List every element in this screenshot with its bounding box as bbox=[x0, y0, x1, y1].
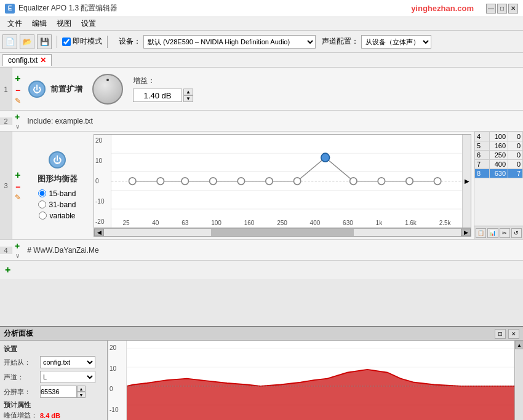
band-tool-3[interactable]: ✂ bbox=[500, 228, 510, 238]
x-630: 630 bbox=[343, 220, 353, 226]
band-freq-6: 250 bbox=[489, 151, 508, 160]
band-row-4[interactable]: 4 100 0 bbox=[475, 132, 523, 141]
channel-config-select[interactable]: 从设备（立体声） bbox=[361, 35, 431, 49]
vscroll-up[interactable]: ▲ bbox=[515, 341, 523, 349]
radio-31band[interactable]: 31-band bbox=[38, 200, 76, 209]
radio-15band[interactable]: 15-band bbox=[38, 189, 76, 198]
resolution-up[interactable]: ▲ bbox=[77, 386, 86, 392]
band-table-container: 4 100 0 5 160 0 6 250 0 7 bbox=[474, 132, 523, 226]
scroll-left-arrow[interactable]: ◀ bbox=[94, 229, 104, 236]
tab-bar: config.txt ✕ bbox=[0, 53, 523, 68]
x-1k: 1k bbox=[376, 220, 383, 226]
resolution-input-wrapper: ▲ ▼ bbox=[40, 386, 86, 398]
remove-filter-btn-3[interactable]: − bbox=[15, 182, 20, 192]
channel-select[interactable]: L bbox=[40, 371, 95, 383]
geq-chart-container: 20 10 0 -10 -20 bbox=[91, 132, 474, 239]
filter-controls-4: + ∨ bbox=[12, 240, 22, 260]
gain-knob-container bbox=[92, 74, 123, 105]
x-2.5k: 2.5k bbox=[439, 220, 451, 226]
instant-mode-checkbox[interactable] bbox=[62, 38, 71, 46]
scroll-right-btn[interactable]: ▶ bbox=[462, 135, 471, 228]
scroll-thumb[interactable] bbox=[211, 229, 354, 236]
device-select[interactable]: 默认 (V28E590 – NVIDIA High Definition Aud… bbox=[143, 35, 316, 49]
band-id-7: 7 bbox=[475, 160, 490, 169]
x-25: 25 bbox=[122, 220, 129, 226]
power-btn-1[interactable]: ⏻ bbox=[28, 81, 46, 98]
band-row-6[interactable]: 6 250 0 bbox=[475, 151, 523, 160]
band-row-7[interactable]: 7 400 0 bbox=[475, 160, 523, 169]
menu-bar: 文件 编辑 视图 设置 bbox=[0, 17, 523, 31]
analysis-svg bbox=[127, 341, 514, 420]
start-from-select[interactable]: config.txt bbox=[40, 356, 95, 368]
analysis-vscroll[interactable]: ▲ ▼ bbox=[514, 341, 523, 420]
add-filter-btn-4[interactable]: + bbox=[15, 241, 20, 251]
svg-point-15 bbox=[406, 178, 413, 185]
analysis-detach-btn[interactable]: ⊡ bbox=[495, 329, 506, 339]
add-filter-btn-1[interactable]: + bbox=[15, 73, 20, 84]
add-filter-btn-3[interactable]: + bbox=[15, 170, 20, 181]
ay-n10: -10 bbox=[110, 406, 125, 413]
minimize-button[interactable]: — bbox=[486, 4, 496, 14]
menu-edit[interactable]: 编辑 bbox=[27, 17, 52, 30]
config-tab[interactable]: config.txt ✕ bbox=[2, 54, 52, 66]
tab-close-button[interactable]: ✕ bbox=[40, 56, 46, 65]
svg-point-8 bbox=[210, 178, 217, 185]
band-tool-4[interactable]: ↺ bbox=[511, 228, 522, 238]
expand-btn-4[interactable]: ∨ bbox=[15, 252, 20, 259]
gain-input[interactable] bbox=[133, 89, 182, 102]
tab-label: config.txt bbox=[8, 56, 38, 65]
edit-filter-btn-3[interactable]: ✎ bbox=[15, 193, 21, 202]
expand-btn-2[interactable]: ∨ bbox=[15, 123, 20, 130]
power-icon-1: ⏻ bbox=[33, 84, 41, 94]
maximize-button[interactable]: □ bbox=[497, 4, 507, 14]
x-400: 400 bbox=[310, 220, 321, 226]
band-tool-2[interactable]: 📊 bbox=[487, 228, 498, 238]
peak-gain-value: 8.4 dB bbox=[40, 412, 60, 419]
ay-10: 10 bbox=[110, 365, 125, 372]
device-label: 设备： bbox=[119, 36, 141, 47]
geq-hscroll[interactable]: ◀ ▶ bbox=[94, 228, 471, 237]
filter-num-2: 2 bbox=[0, 117, 12, 125]
close-button[interactable]: ✕ bbox=[508, 4, 518, 14]
new-button[interactable]: 📄 bbox=[2, 34, 17, 49]
add-new-filter-btn[interactable]: + bbox=[5, 264, 10, 275]
menu-view[interactable]: 视图 bbox=[52, 17, 76, 30]
menu-file[interactable]: 文件 bbox=[2, 17, 27, 30]
gain-knob[interactable] bbox=[92, 74, 123, 105]
band-val-8: 7 bbox=[508, 169, 523, 178]
analysis-close-btn[interactable]: ✕ bbox=[508, 329, 519, 339]
edit-filter-btn-1[interactable]: ✎ bbox=[15, 97, 21, 105]
open-button[interactable]: 📂 bbox=[20, 34, 34, 49]
save-button[interactable]: 💾 bbox=[37, 34, 52, 49]
scroll-track[interactable] bbox=[104, 229, 461, 236]
radio-31band-input[interactable] bbox=[38, 200, 46, 208]
add-filter-btn-2[interactable]: + bbox=[15, 112, 20, 122]
y-label-10: 10 bbox=[95, 157, 110, 164]
band-tool-1[interactable]: 📋 bbox=[476, 228, 486, 238]
remove-filter-btn-1[interactable]: − bbox=[15, 85, 20, 95]
svg-point-13 bbox=[350, 178, 357, 185]
gain-increase-btn[interactable]: ▲ bbox=[183, 89, 193, 95]
power-btn-3[interactable]: ⏻ bbox=[49, 151, 66, 168]
band-row-8[interactable]: 8 630 7 bbox=[475, 169, 523, 178]
analysis-chart-area: 7 8 9 10 20 40 50 60 100 200 300 400 1k … bbox=[127, 341, 514, 420]
ay-20: 20 bbox=[110, 344, 125, 351]
radio-variable-input[interactable] bbox=[39, 212, 47, 220]
toolbar-separator bbox=[57, 36, 57, 48]
band-row-5[interactable]: 5 160 0 bbox=[475, 141, 523, 151]
instant-mode-wrapper[interactable]: 即时模式 bbox=[62, 36, 102, 47]
filter-num-3: 3 bbox=[0, 132, 12, 239]
analysis-fill bbox=[127, 370, 514, 420]
geq-chart-area[interactable]: 25 40 63 100 160 250 400 630 1k 1.6k 2.5… bbox=[111, 135, 462, 228]
menu-settings[interactable]: 设置 bbox=[76, 17, 101, 30]
resolution-input[interactable] bbox=[40, 386, 77, 398]
vscroll-track[interactable] bbox=[515, 349, 523, 420]
gain-decrease-btn[interactable]: ▼ bbox=[183, 95, 193, 102]
analysis-title: 分析面板 bbox=[4, 328, 33, 339]
channel-label: 声道： bbox=[4, 373, 38, 382]
filter-row-4: 4 + ∨ # WwW.DaYanZai.Me bbox=[0, 240, 523, 261]
resolution-down[interactable]: ▼ bbox=[77, 392, 86, 398]
scroll-right-arrow[interactable]: ▶ bbox=[461, 229, 471, 236]
radio-variable[interactable]: variable bbox=[39, 212, 75, 220]
radio-15band-input[interactable] bbox=[38, 189, 46, 197]
